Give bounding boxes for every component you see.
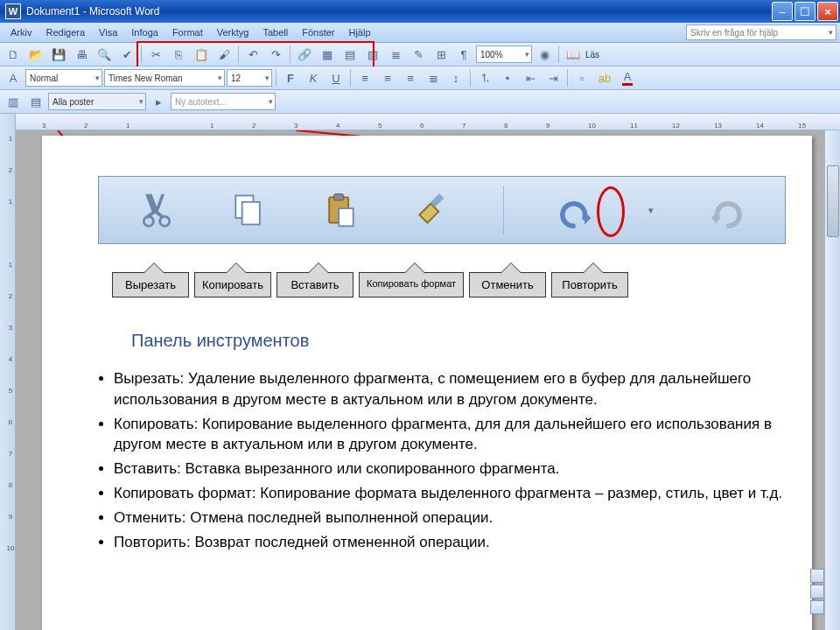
read-icon[interactable]: 📖 [563, 44, 584, 65]
mm-icon-2[interactable]: ▤ [25, 91, 46, 112]
separator [276, 69, 276, 87]
bullet-paste: Вставить: Вставка вырезанного или скопир… [114, 458, 786, 480]
decrease-indent-icon[interactable]: ⇤ [520, 67, 541, 88]
separator [470, 69, 471, 87]
fontsize-combo[interactable]: 12 [227, 69, 272, 87]
browse-next-icon[interactable] [810, 600, 824, 614]
content-area: 1 2 1 1 2 3 4 5 6 7 8 9 10 3 2 1 1 2 3 4… [0, 114, 840, 630]
separator [290, 46, 290, 63]
separator [350, 69, 351, 87]
standard-toolbar: 🗋 📂 💾 🖶 🔍 ✔ ✂ ⎘ 📋 🖌 ↶ ↷ 🔗 ▦ ▤ ▧ ≣ ✎ ⊞ ¶ … [0, 43, 840, 66]
menu-hjalp[interactable]: Hjälp [341, 25, 377, 39]
spellcheck-icon[interactable]: ✔ [116, 44, 137, 65]
redo-icon[interactable]: ↷ [265, 44, 286, 65]
italic-icon[interactable]: K [303, 67, 324, 88]
show-marks-icon[interactable]: ¶ [453, 44, 474, 65]
align-right-icon[interactable]: ≡ [400, 67, 421, 88]
formatting-toolbar: A Normal Times New Roman 12 F K U ≡ ≡ ≡ … [0, 66, 840, 90]
help-search-box[interactable]: Skriv en fråga för hjälp [686, 24, 836, 40]
copy-icon[interactable]: ⎘ [168, 44, 189, 65]
titlebar: W Dokument1 - Microsoft Word – ☐ × [0, 0, 840, 23]
big-copy-icon [226, 187, 271, 233]
big-undo-icon [552, 187, 598, 233]
read-label: Läs [585, 50, 599, 60]
print-icon[interactable]: 🖶 [71, 44, 92, 65]
callout-cut: Вырезать [112, 272, 189, 298]
doc-heading: Панель инструментов [131, 328, 786, 353]
increase-indent-icon[interactable]: ⇥ [542, 67, 564, 88]
bold-icon[interactable]: F [280, 67, 301, 88]
print-preview-icon[interactable]: 🔍 [94, 44, 115, 65]
big-paste-icon [318, 187, 363, 233]
scrollbar-thumb[interactable] [827, 165, 839, 237]
mailmerge-toolbar: ▥ ▤ Alla poster ▸ Ny autotext... [0, 90, 840, 114]
svg-point-3 [160, 216, 170, 226]
alla-poster-label: Alla poster [52, 97, 94, 107]
callout-format-painter: Копировать формат [359, 272, 464, 298]
numbered-list-icon[interactable]: ⒈ [474, 67, 495, 88]
separator [238, 46, 239, 63]
fontsize-value: 12 [231, 74, 241, 83]
undo-icon[interactable]: ↶ [242, 44, 263, 65]
drawing-icon[interactable]: ✎ [408, 44, 429, 65]
close-button[interactable]: × [817, 2, 838, 21]
document-viewport[interactable]: ▾ Вырезать Копировать Вставить Копироват… [16, 130, 840, 630]
enlarged-clipboard-toolbar: ▾ [98, 176, 786, 244]
alla-poster-combo[interactable]: Alla poster [48, 93, 146, 110]
open-icon[interactable]: 📂 [25, 44, 46, 65]
columns-icon[interactable]: ≣ [385, 44, 406, 65]
excel-icon[interactable]: ▧ [362, 44, 383, 65]
insert-table-icon[interactable]: ▤ [340, 44, 360, 65]
save-icon[interactable]: 💾 [48, 44, 69, 65]
hyperlink-icon[interactable]: 🔗 [294, 44, 315, 65]
menu-infoga[interactable]: Infoga [124, 25, 165, 39]
help-placeholder: Skriv en fråga för hjälp [690, 28, 778, 38]
new-doc-icon[interactable]: 🗋 [3, 44, 24, 65]
bullet-format-painter: Копировать формат: Копирование формата в… [114, 483, 786, 504]
browse-object-icon[interactable] [810, 584, 824, 598]
horizontal-ruler: 3 2 1 1 2 3 4 5 6 7 8 9 10 11 12 13 14 1… [16, 114, 840, 130]
menu-format[interactable]: Format [165, 25, 210, 39]
borders-icon[interactable]: ▫ [571, 67, 592, 88]
font-combo[interactable]: Times New Roman [104, 69, 225, 87]
menu-tabell[interactable]: Tabell [256, 25, 295, 39]
help-icon[interactable]: ◉ [534, 44, 555, 65]
menu-arkiv[interactable]: Arkiv [4, 25, 38, 39]
big-redo-icon [704, 187, 750, 233]
style-combo[interactable]: Normal [25, 69, 102, 87]
menu-fonster[interactable]: Fönster [295, 25, 341, 39]
styles-pane-icon[interactable]: A [3, 67, 24, 88]
format-painter-icon[interactable]: 🖌 [214, 44, 234, 65]
tables-borders-icon[interactable]: ▦ [317, 44, 338, 65]
ny-autotext-field[interactable]: Ny autotext... [171, 93, 276, 110]
zoom-combo[interactable]: 100% [476, 46, 532, 63]
cut-icon[interactable]: ✂ [145, 44, 166, 65]
vertical-scrollbar[interactable] [824, 130, 840, 630]
bullet-copy: Копировать: Копирование выделенного фраг… [114, 414, 786, 456]
paste-icon[interactable]: 📋 [191, 44, 212, 65]
highlight-icon[interactable]: ab [594, 67, 615, 88]
browse-prev-icon[interactable] [810, 569, 824, 583]
callout-row: Вырезать Копировать Вставить Копировать … [112, 272, 628, 298]
mm-icon-3[interactable]: ▸ [148, 91, 169, 112]
minimize-button[interactable]: – [772, 2, 793, 21]
align-left-icon[interactable]: ≡ [354, 67, 375, 88]
bulleted-list-icon[interactable]: • [497, 67, 518, 88]
style-value: Normal [30, 74, 58, 83]
menubar: Arkiv Redigera Visa Infoga Format Verkty… [0, 23, 840, 43]
menu-visa[interactable]: Visa [92, 25, 124, 39]
callout-redo: Повторить [551, 272, 628, 298]
undo-dropdown-icon: ▾ [644, 187, 658, 233]
underline-icon[interactable]: U [326, 67, 346, 88]
document-map-icon[interactable]: ⊞ [430, 44, 452, 65]
mm-icon-1[interactable]: ▥ [3, 91, 24, 112]
align-justify-icon[interactable]: ≣ [423, 67, 444, 88]
bullet-undo: Отменить: Отмена последней выполненной о… [114, 508, 786, 528]
maximize-button[interactable]: ☐ [794, 2, 816, 21]
menu-verktyg[interactable]: Verktyg [210, 25, 256, 39]
align-center-icon[interactable]: ≡ [377, 67, 398, 88]
font-color-icon[interactable]: A [617, 67, 638, 88]
menu-redigera[interactable]: Redigera [38, 25, 92, 39]
line-spacing-icon[interactable]: ↕ [445, 67, 466, 88]
big-format-painter-icon [410, 187, 455, 233]
